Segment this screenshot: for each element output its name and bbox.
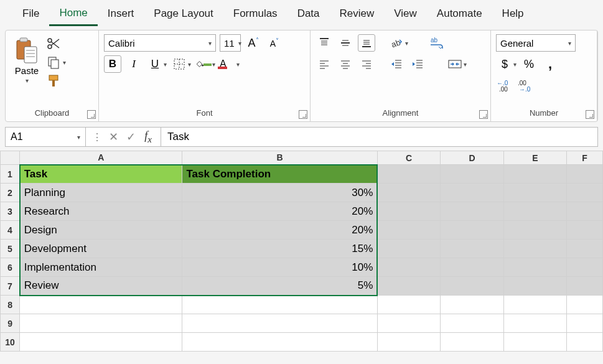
menu-insert[interactable]: Insert: [98, 2, 144, 25]
menu-formulas[interactable]: Formulas: [223, 2, 287, 25]
decrease-font-button[interactable]: A˅: [266, 34, 283, 52]
number-dialog-launcher[interactable]: [586, 110, 594, 119]
underline-button[interactable]: U: [146, 55, 164, 73]
cell-C5[interactable]: [377, 240, 440, 258]
cell-B5[interactable]: 15%: [182, 240, 377, 258]
cell-F2[interactable]: [567, 184, 603, 202]
cell-A2[interactable]: Planning: [20, 184, 182, 202]
cell-B10[interactable]: [182, 333, 377, 352]
col-header-E[interactable]: E: [503, 151, 566, 165]
menu-review[interactable]: Review: [330, 2, 385, 25]
cell-E5[interactable]: [503, 240, 566, 258]
align-middle-button[interactable]: [337, 34, 354, 52]
cell-B1[interactable]: Task Completion: [182, 165, 377, 184]
cell-F4[interactable]: [567, 221, 603, 240]
increase-indent-button[interactable]: [409, 55, 426, 73]
clipboard-dialog-launcher[interactable]: [87, 110, 96, 119]
cell-F7[interactable]: [567, 277, 603, 296]
cell-E9[interactable]: [503, 314, 566, 333]
cell-C2[interactable]: [377, 184, 440, 202]
col-header-D[interactable]: D: [441, 151, 503, 165]
font-color-button[interactable]: A: [219, 55, 236, 73]
cell-F9[interactable]: [567, 314, 603, 333]
fill-color-button[interactable]: [195, 55, 212, 73]
row-header-4[interactable]: 4: [1, 221, 20, 240]
name-box[interactable]: A1▾: [5, 127, 86, 147]
col-header-B[interactable]: B: [182, 151, 377, 165]
cell-C7[interactable]: [377, 277, 440, 296]
row-header-1[interactable]: 1: [1, 165, 20, 184]
cell-D8[interactable]: [441, 296, 503, 314]
cell-A3[interactable]: Research: [20, 202, 182, 221]
cell-E1[interactable]: [503, 165, 566, 184]
cell-E4[interactable]: [503, 221, 566, 240]
cell-A8[interactable]: [20, 296, 182, 314]
align-right-button[interactable]: [358, 55, 375, 73]
cell-D5[interactable]: [441, 240, 503, 258]
insert-function-button[interactable]: fx: [139, 128, 157, 146]
row-header-9[interactable]: 9: [1, 314, 20, 333]
cell-E6[interactable]: [503, 258, 566, 277]
cell-C6[interactable]: [377, 258, 440, 277]
borders-button[interactable]: [171, 55, 188, 73]
chevron-down-icon[interactable]: ▾: [212, 61, 215, 68]
cell-B4[interactable]: 20%: [182, 221, 377, 240]
col-header-C[interactable]: C: [377, 151, 440, 165]
menu-automate[interactable]: Automate: [427, 2, 492, 25]
cell-F10[interactable]: [567, 333, 603, 352]
cell-A9[interactable]: [20, 314, 182, 333]
cell-C4[interactable]: [377, 221, 440, 240]
number-format-dropdown[interactable]: General▾: [496, 34, 576, 52]
row-header-7[interactable]: 7: [1, 277, 20, 296]
cell-D10[interactable]: [441, 333, 503, 352]
increase-font-button[interactable]: A˄: [245, 34, 262, 52]
cell-A6[interactable]: Implementation: [20, 258, 182, 277]
chevron-down-icon[interactable]: ▾: [464, 61, 467, 68]
font-size-dropdown[interactable]: 11▾: [220, 34, 241, 52]
col-header-A[interactable]: A: [20, 151, 182, 165]
row-header-3[interactable]: 3: [1, 202, 20, 221]
percent-button[interactable]: %: [520, 55, 538, 73]
chevron-down-icon[interactable]: ▾: [405, 40, 408, 47]
cell-E7[interactable]: [503, 277, 566, 296]
menu-view[interactable]: View: [384, 2, 427, 25]
cell-C10[interactable]: [377, 333, 440, 352]
comma-button[interactable]: ,: [541, 55, 559, 73]
menu-data[interactable]: Data: [287, 2, 330, 25]
col-header-F[interactable]: F: [567, 151, 603, 165]
cell-F6[interactable]: [567, 258, 603, 277]
cell-D3[interactable]: [441, 202, 503, 221]
cell-E3[interactable]: [503, 202, 566, 221]
cell-A10[interactable]: [20, 333, 182, 352]
copy-button[interactable]: ▾: [47, 55, 66, 69]
chevron-down-icon[interactable]: ▾: [164, 61, 167, 68]
chevron-down-icon[interactable]: ▾: [236, 61, 240, 68]
cell-E10[interactable]: [503, 333, 566, 352]
cell-D4[interactable]: [441, 221, 503, 240]
cell-C3[interactable]: [377, 202, 440, 221]
decrease-decimal-button[interactable]: .00→.0: [517, 77, 535, 94]
row-header-8[interactable]: 8: [1, 296, 20, 314]
paste-button[interactable]: Paste ▾: [11, 34, 43, 86]
increase-decimal-button[interactable]: ←.0.00: [496, 77, 513, 94]
font-dialog-launcher[interactable]: [299, 110, 307, 119]
italic-button[interactable]: I: [125, 55, 143, 73]
cell-A4[interactable]: Design: [20, 221, 182, 240]
cell-E2[interactable]: [503, 184, 566, 202]
cell-D2[interactable]: [441, 184, 503, 202]
cell-B3[interactable]: 20%: [182, 202, 377, 221]
cell-D6[interactable]: [441, 258, 503, 277]
cell-F1[interactable]: [567, 165, 603, 184]
row-header-10[interactable]: 10: [1, 333, 20, 352]
align-bottom-button[interactable]: [358, 34, 375, 52]
menu-page-layout[interactable]: Page Layout: [144, 2, 223, 25]
cell-B9[interactable]: [182, 314, 377, 333]
chevron-down-icon[interactable]: ▾: [513, 61, 517, 68]
merge-center-button[interactable]: [446, 55, 464, 73]
cell-F5[interactable]: [567, 240, 603, 258]
row-header-2[interactable]: 2: [1, 184, 20, 202]
orientation-button[interactable]: ab: [388, 34, 405, 52]
bold-button[interactable]: B: [104, 55, 121, 73]
cell-D1[interactable]: [441, 165, 503, 184]
row-header-5[interactable]: 5: [1, 240, 20, 258]
